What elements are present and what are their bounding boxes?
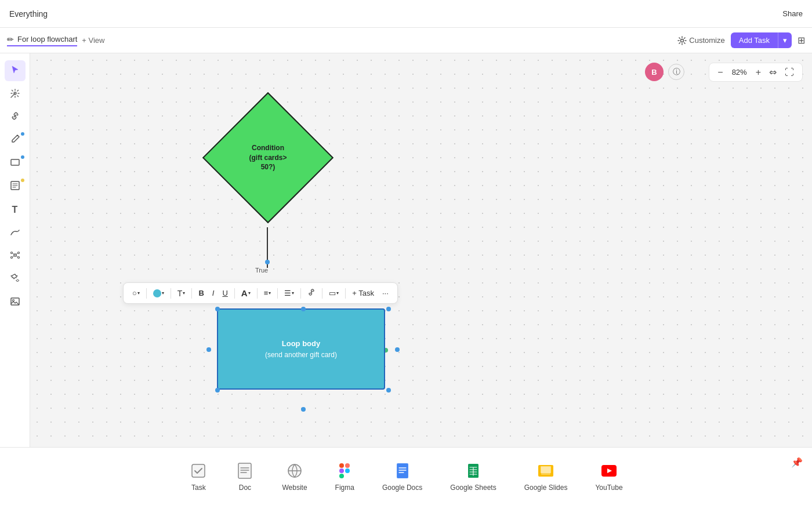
ai-tool[interactable] xyxy=(5,269,26,290)
handle-top-middle[interactable] xyxy=(301,307,306,311)
select-tool[interactable] xyxy=(5,60,26,81)
svg-rect-11 xyxy=(192,464,205,477)
bottom-item-task[interactable]: Task xyxy=(175,455,222,499)
pin-icon: 📌 xyxy=(791,457,803,467)
svg-point-8 xyxy=(17,257,19,259)
handle-bottom-middle[interactable] xyxy=(301,407,306,412)
text-format-icon: T xyxy=(177,289,183,298)
separator-2 xyxy=(171,288,171,299)
align-button[interactable]: ≡ ▾ xyxy=(261,287,274,299)
diamond-sublabel: (gift cards>50?) xyxy=(249,153,287,173)
handle-middle-right[interactable] xyxy=(395,347,400,352)
google-sheets-icon xyxy=(464,462,483,480)
sketch-tool[interactable] xyxy=(5,223,26,244)
font-dropdown-arrow: ▾ xyxy=(183,290,185,296)
pin-button[interactable]: 📌 xyxy=(791,457,803,468)
sketch-icon xyxy=(10,227,20,239)
top-bar: Everything Share xyxy=(0,0,812,28)
bottom-item-google-slides[interactable]: Google Slides xyxy=(510,455,582,499)
svg-rect-15 xyxy=(345,463,350,468)
add-task-group: Add Task ▾ xyxy=(731,32,792,48)
note-tool[interactable] xyxy=(5,176,26,197)
task-icon xyxy=(189,462,208,480)
svg-rect-26 xyxy=(541,466,551,473)
shape-icon: ○ xyxy=(132,289,137,297)
zoom-controls: − 82% + ⇔ ⛶ xyxy=(709,63,803,82)
handle-bottom-left[interactable] xyxy=(215,388,220,393)
image-tool[interactable] xyxy=(5,292,26,313)
gear-icon xyxy=(677,36,687,45)
fill-dropdown-arrow: ▾ xyxy=(162,290,164,296)
underline-button[interactable]: U xyxy=(219,287,230,299)
google-docs-icon xyxy=(393,462,412,480)
bottom-item-youtube[interactable]: YouTube xyxy=(581,455,636,499)
bottom-item-doc[interactable]: Doc xyxy=(222,455,268,499)
rectangle-icon xyxy=(10,157,20,170)
task-label: Task xyxy=(191,484,206,492)
fill-color-circle xyxy=(153,289,161,297)
expand-button[interactable]: ⊞ xyxy=(798,35,805,46)
handle-bottom-right[interactable] xyxy=(386,388,391,393)
zoom-out-button[interactable]: − xyxy=(715,66,725,79)
fill-color-button[interactable]: ▾ xyxy=(150,288,167,299)
share-button[interactable]: Share xyxy=(782,9,803,18)
add-task-format-button[interactable]: + Task xyxy=(349,287,377,299)
sub-bar-left: ✏ For loop flowchart + View xyxy=(7,35,673,46)
fullscreen-button[interactable]: ⛶ xyxy=(782,66,796,79)
separator-1 xyxy=(146,288,147,299)
bold-button[interactable]: B xyxy=(195,287,206,299)
font-selector-button[interactable]: T ▾ xyxy=(175,287,188,300)
figma-label: Figma xyxy=(335,484,354,492)
svg-point-18 xyxy=(345,468,350,473)
customize-button[interactable]: Customize xyxy=(677,36,724,45)
diamond-container[interactable]: Condition (gift cards>50?) xyxy=(210,100,326,216)
chevron-down-icon: ▾ xyxy=(783,36,787,45)
bottom-item-google-sheets[interactable]: Google Sheets xyxy=(436,455,510,499)
text-icon: T xyxy=(12,205,18,215)
bottom-item-website[interactable]: Website xyxy=(268,455,321,499)
draw-tool[interactable] xyxy=(5,130,26,151)
align-dropdown-arrow: ▾ xyxy=(269,290,271,296)
link-tool[interactable] xyxy=(5,107,26,128)
minus-icon: − xyxy=(717,67,723,78)
expand-icon: ⊞ xyxy=(798,35,805,45)
canvas-area[interactable]: B ⓘ − 82% + ⇔ ⛶ Con xyxy=(30,53,812,447)
handle-top-left[interactable] xyxy=(215,307,220,311)
connection-dot xyxy=(265,260,270,264)
true-label: True xyxy=(255,267,268,274)
svg-rect-14 xyxy=(339,463,344,468)
text-tool[interactable]: T xyxy=(5,199,26,220)
fit-width-button[interactable]: ⇔ xyxy=(767,66,779,79)
link-icon xyxy=(10,111,20,123)
handle-top-right[interactable] xyxy=(386,307,391,311)
font-size-icon: A xyxy=(241,288,248,298)
bottom-item-google-docs[interactable]: Google Docs xyxy=(368,455,436,499)
add-task-button[interactable]: Add Task xyxy=(731,32,778,48)
box-format-button[interactable]: ▭ ▾ xyxy=(326,287,342,299)
shape-dropdown-arrow: ▾ xyxy=(137,290,140,296)
network-tool[interactable] xyxy=(5,246,26,267)
doc-title-button[interactable]: ✏ For loop flowchart xyxy=(7,35,77,46)
add-task-dropdown-button[interactable]: ▾ xyxy=(778,32,792,48)
font-size-button[interactable]: A ▾ xyxy=(238,286,253,300)
list-button[interactable]: ☰ ▾ xyxy=(281,287,297,299)
shape-selector-button[interactable]: ○ ▾ xyxy=(129,287,143,299)
website-label: Website xyxy=(282,484,307,492)
app-title: Everything xyxy=(9,9,48,19)
separator-8 xyxy=(322,288,322,299)
fit-width-icon: ⇔ xyxy=(769,67,777,78)
canvas-users: B ⓘ xyxy=(645,63,684,81)
zoom-in-button[interactable]: + xyxy=(753,66,763,79)
italic-button[interactable]: I xyxy=(209,287,217,299)
info-button[interactable]: ⓘ xyxy=(668,64,684,80)
handle-middle-left[interactable] xyxy=(206,347,211,352)
more-options-button[interactable]: ··· xyxy=(379,287,392,299)
magic-tool[interactable] xyxy=(5,83,26,104)
separator-3 xyxy=(191,288,192,299)
view-button[interactable]: + View xyxy=(82,36,104,45)
loop-body-box[interactable]: Loop body (send another gift card) xyxy=(217,308,385,390)
link-format-button[interactable] xyxy=(304,286,318,300)
rect-tool[interactable] xyxy=(5,153,26,174)
bottom-item-figma[interactable]: Figma xyxy=(321,455,368,499)
list-icon: ☰ xyxy=(284,289,291,297)
